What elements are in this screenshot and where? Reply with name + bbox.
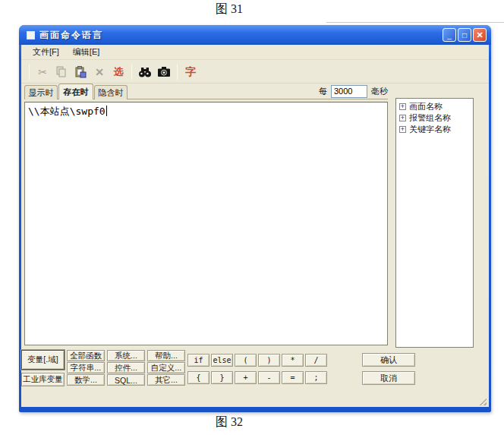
window-title: 画面命令语言 — [39, 29, 103, 42]
minimize-button[interactable]: _ — [443, 28, 456, 42]
name-tree-panel: + 画面名称 + 报警组名称 + 关键字名称 — [395, 98, 474, 348]
tab-on-display[interactable]: 显示时 — [24, 85, 58, 99]
op-semicolon-button[interactable]: ; — [305, 371, 327, 384]
op-close-brace-button[interactable]: } — [211, 371, 233, 384]
text-caret — [106, 106, 107, 116]
scan-artifact-line — [326, 22, 504, 23]
select-variable-button[interactable]: 选 — [111, 65, 126, 80]
system-functions-button[interactable]: 系统... — [107, 350, 145, 361]
expand-icon[interactable]: + — [399, 126, 406, 133]
tree-item-label: 报警组名称 — [409, 112, 451, 124]
tree-item-screen-names[interactable]: + 画面名称 — [399, 101, 473, 112]
op-divide-button[interactable]: / — [305, 354, 327, 367]
op-open-paren-button[interactable]: ( — [235, 354, 257, 367]
interval-prefix-label: 每 — [319, 86, 327, 97]
op-else-button[interactable]: else — [211, 354, 233, 367]
interval-controls: 每 毫秒 — [319, 84, 388, 98]
op-minus-button[interactable]: - — [258, 371, 280, 384]
control-functions-button[interactable]: 控件... — [107, 362, 145, 374]
custom-functions-button[interactable]: 自定义... — [147, 362, 185, 374]
tree-item-label: 画面名称 — [409, 101, 443, 112]
delete-icon[interactable]: ✕ — [92, 65, 107, 80]
document-page: 图 31 画面命令语言 _ □ ✕ 文件[F] 编辑[E] ✂ — [0, 0, 504, 435]
other-functions-button[interactable]: 其它... — [147, 374, 185, 386]
font-button[interactable]: 字 — [183, 65, 198, 80]
expand-icon[interactable]: + — [399, 103, 406, 110]
expand-icon[interactable]: + — [399, 115, 406, 121]
menu-item-edit[interactable]: 编辑[E] — [68, 45, 105, 59]
figure-caption-bottom: 图 32 — [0, 415, 458, 430]
op-multiply-button[interactable]: * — [282, 354, 304, 367]
tree-item-alarm-group-names[interactable]: + 报警组名称 — [399, 112, 473, 124]
sql-functions-button[interactable]: SQL... — [107, 374, 145, 386]
close-button[interactable]: ✕ — [473, 28, 487, 42]
script-editor[interactable]: \\本站点\swpf0 — [24, 102, 388, 345]
paste-icon[interactable] — [73, 65, 88, 80]
camera-icon[interactable] — [156, 65, 172, 80]
editor-text: \\本站点\swpf0 — [28, 106, 106, 117]
confirm-button[interactable]: 确认 — [362, 353, 415, 367]
all-functions-button[interactable]: 全部函数 — [67, 350, 105, 361]
menu-bar: 文件[F] 编辑[E] — [21, 45, 489, 60]
tree-item-label: 关键字名称 — [409, 124, 451, 135]
op-open-brace-button[interactable]: { — [187, 371, 209, 384]
menu-item-file[interactable]: 文件[F] — [27, 45, 65, 59]
toolbar-separator — [177, 65, 178, 80]
industry-library-variable-button[interactable]: 工业库变量 — [21, 373, 65, 386]
cancel-button[interactable]: 取消 — [362, 371, 415, 385]
window-icon — [27, 31, 35, 39]
tab-while-existing[interactable]: 存在时 — [58, 84, 93, 99]
figure-caption-top: 图 31 — [0, 2, 458, 17]
find-icon[interactable] — [137, 65, 153, 80]
op-equals-button[interactable]: = — [282, 371, 304, 384]
tree-item-keyword-names[interactable]: + 关键字名称 — [399, 124, 473, 135]
maximize-button[interactable]: □ — [458, 28, 471, 42]
cut-icon[interactable]: ✂ — [35, 65, 50, 80]
variable-field-button[interactable]: 变量[.域] — [21, 350, 65, 370]
toolbar-separator — [131, 65, 132, 80]
op-close-paren-button[interactable]: ) — [258, 354, 280, 367]
help-functions-button[interactable]: 帮助... — [147, 350, 185, 361]
op-if-button[interactable]: if — [187, 354, 209, 367]
interval-suffix-label: 毫秒 — [371, 86, 388, 97]
tab-when-hidden[interactable]: 隐含时 — [94, 85, 128, 99]
copy-icon[interactable] — [54, 65, 69, 80]
toolbar: ✂ ✕ 选 — [21, 61, 489, 84]
toolbar-separator — [29, 65, 30, 80]
op-plus-button[interactable]: + — [235, 371, 257, 384]
string-functions-button[interactable]: 字符串... — [67, 362, 105, 374]
title-bar[interactable]: 画面命令语言 _ □ ✕ — [19, 25, 491, 45]
interval-input[interactable] — [331, 85, 367, 98]
math-functions-button[interactable]: 数学... — [67, 374, 105, 386]
